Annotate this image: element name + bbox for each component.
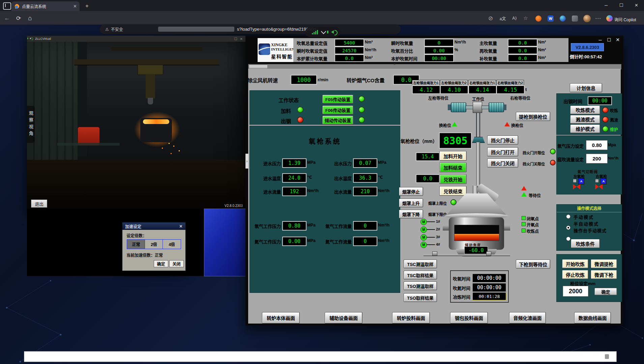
speed-dialog-close-icon[interactable]: ✕ xyxy=(179,224,183,229)
viewer-version: V2.8.0.2303 xyxy=(225,204,243,208)
hmi-close-icon[interactable]: ✕ xyxy=(614,36,622,43)
tab-tile-icon[interactable] xyxy=(3,2,11,10)
manual-mode-radio[interactable] xyxy=(566,214,570,219)
blow-mode-button[interactable]: 吹炼模式 xyxy=(570,105,600,114)
extension-icon-orb[interactable] xyxy=(560,16,566,22)
trim-raise-button[interactable]: 微调提枪 xyxy=(591,259,617,268)
lance-setpoint-confirm-button[interactable]: 确定 xyxy=(594,288,617,295)
stop-blow-button[interactable]: 停止吹炼 xyxy=(562,270,588,279)
console-manual-mode-radio[interactable] xyxy=(566,237,570,241)
console-manual-mode-label[interactable]: 操作台手动模式 xyxy=(574,227,607,234)
f06-led xyxy=(358,107,365,113)
copilot-icon[interactable] xyxy=(606,15,613,22)
speed-option-4x[interactable]: 4倍 xyxy=(163,239,181,249)
tab-close-icon[interactable]: ✕ xyxy=(73,4,77,9)
back-icon[interactable]: ← xyxy=(3,14,11,22)
hmi-maximize-icon[interactable]: ☐ xyxy=(605,36,613,43)
iron-start-button[interactable]: 兑铁开始 xyxy=(439,174,467,184)
nav-audio-slag-button[interactable]: 音频化渣画面 xyxy=(509,312,546,324)
speed-option-normal[interactable]: 正常 xyxy=(127,239,145,249)
tap-led xyxy=(297,117,303,123)
more-menu-icon[interactable]: ⋯ xyxy=(594,14,602,22)
window-minimize-icon[interactable]: ─ xyxy=(598,0,614,10)
maintenance-mode-button[interactable]: 维护模式 xyxy=(570,124,600,133)
bottom-flow-input[interactable]: 200 xyxy=(586,154,608,163)
read-aloud-icon[interactable]: A⟩ xyxy=(510,15,519,22)
nav-converter-body-button[interactable]: 转炉本体画面 xyxy=(262,312,300,324)
nav-ladle-feed-button[interactable]: 钢包投料画面 xyxy=(450,312,488,324)
side-expand-tab[interactable]: › xyxy=(245,154,248,169)
extension-icon-orange[interactable] xyxy=(535,16,541,22)
signal-bars-icon[interactable] xyxy=(312,30,318,34)
semi-auto-mode-label[interactable]: 半自动模式 xyxy=(574,220,599,227)
window-close-icon[interactable]: ✕ xyxy=(629,0,644,10)
feed-start-button[interactable]: 加料开始 xyxy=(439,151,467,161)
viewer-close-icon[interactable]: ✕ xyxy=(240,37,243,41)
viewer-maximize-icon[interactable]: ☐ xyxy=(234,37,237,41)
tracking-prevention-icon[interactable]: ⊘ xyxy=(487,15,494,22)
f05-led xyxy=(358,96,365,102)
speed-dialog-close-button[interactable]: 关闭 xyxy=(169,260,184,267)
extension-icon-gray[interactable] xyxy=(572,16,578,22)
speed-dialog-ok-button[interactable]: 确定 xyxy=(154,260,168,267)
fire-door-open-button[interactable]: 挡火门打开 xyxy=(487,147,518,156)
center-gearbox-icon xyxy=(473,102,482,113)
extension-icon-w[interactable]: W xyxy=(548,16,554,22)
speed-dialog-title-bar[interactable]: 加速设定 ✕ xyxy=(122,222,185,230)
fan-speed-unit: r/min xyxy=(318,77,328,82)
trim-lower-button[interactable]: 微调下枪 xyxy=(591,270,617,279)
slag-mode-button[interactable]: 溅渣模式 xyxy=(570,115,600,124)
new-tab-icon[interactable]: + xyxy=(83,2,91,10)
raise-to-change-button[interactable]: 提枪到换枪位 xyxy=(516,112,550,121)
fire-door-stop-button[interactable]: 挡火门停止 xyxy=(487,135,518,145)
home-icon[interactable]: ⌂ xyxy=(26,14,34,22)
speaker-icon[interactable] xyxy=(331,30,334,34)
lower-to-wait-button[interactable]: 下枪到等待位 xyxy=(516,260,550,269)
mode-panel: 出钢时间 00:00 吹炼模式 吹炼 溅渣模式 溅渣 维护模式 维护 xyxy=(556,93,622,135)
viewer-exit-button[interactable]: 退出 xyxy=(31,200,47,208)
avatar[interactable] xyxy=(583,15,591,22)
tso-measure-button[interactable]: TSO测温取样 xyxy=(404,281,437,290)
bottom-bar-grip-icon[interactable] xyxy=(605,354,609,359)
f06-drive-button[interactable]: F06传动装置 xyxy=(322,105,353,114)
view-angle-tab[interactable]: 观察视角 xyxy=(27,106,35,143)
tap-time-label: 出钢时间 xyxy=(563,98,582,104)
scene-crane-hook xyxy=(148,98,153,104)
fire-door-close-button[interactable]: 挡火门关闭 xyxy=(487,158,518,168)
manual-mode-label[interactable]: 手动模式 xyxy=(574,214,594,220)
nav-data-curve-button[interactable]: 数据曲线画面 xyxy=(574,312,611,324)
reading-unit: Nm³/h xyxy=(307,188,319,193)
hood-up-button[interactable]: 烟罩上升 xyxy=(399,199,423,207)
viewer-viewport[interactable]: 观察视角 退出 V2.8.0.2303 xyxy=(27,42,245,209)
blow-condition-button[interactable]: 吹炼条件 xyxy=(571,239,600,248)
favorites-star-icon[interactable]: ☆ xyxy=(522,14,529,22)
translate-icon[interactable]: a文 xyxy=(499,15,507,22)
start-blow-button[interactable]: 开始吹炼 xyxy=(562,259,588,268)
brand-logo-icon xyxy=(259,43,270,55)
refresh-icon[interactable]: ⟳ xyxy=(14,14,23,22)
tension-label: 左枪钢丝绳张力2 xyxy=(440,80,468,86)
semi-auto-mode-radio[interactable] xyxy=(566,225,570,230)
hood-stop-button[interactable]: 烟罩停止 xyxy=(399,187,423,196)
tilt-drive-button[interactable]: 倾动传动装置 xyxy=(322,116,353,124)
speed-option-2x[interactable]: 2倍 xyxy=(145,239,163,249)
window-maximize-icon[interactable]: ☐ xyxy=(614,0,629,10)
hood-down-button[interactable]: 烟罩下降 xyxy=(399,210,423,218)
o2-pressure-input[interactable]: 0.80 xyxy=(586,140,608,150)
tsc-result-button[interactable]: TSC取样结果 xyxy=(404,271,437,279)
hmi-minimize-icon[interactable]: ─ xyxy=(596,36,604,43)
feed-end-button[interactable]: 加料结束 xyxy=(439,162,467,172)
tsc-measure-button[interactable]: TSC测温取样 xyxy=(404,260,437,268)
viewer-title-bar[interactable]: ZLLCVirtual ☐ ✕ xyxy=(27,36,245,42)
chevron-down-icon[interactable] xyxy=(321,29,326,34)
lance-setpoint-input[interactable]: 2000 xyxy=(563,286,588,297)
scrollbar-thumb[interactable] xyxy=(249,65,268,69)
nav-auxiliary-button[interactable]: 辅助设备画面 xyxy=(325,312,362,324)
tso-result-button[interactable]: TSO取样结果 xyxy=(404,293,437,302)
f05-drive-button[interactable]: F05传动装置 xyxy=(322,95,353,103)
copilot-label[interactable]: 询问 Copilot xyxy=(614,17,636,22)
nav-converter-feed-button[interactable]: 转炉投料画面 xyxy=(392,312,430,324)
plan-info-button[interactable]: 计划信息 xyxy=(570,83,602,92)
browser-tab[interactable]: 点量云流系统 ✕ xyxy=(11,1,80,11)
time-label: 冶炼时间 xyxy=(453,294,470,300)
